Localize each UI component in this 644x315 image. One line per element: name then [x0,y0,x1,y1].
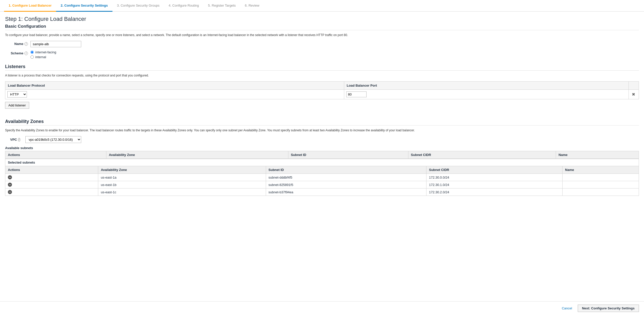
page-content: Step 1: Configure Load Balancer Basic Co… [0,12,644,200]
listeners-divider [5,70,639,71]
selected-subnets-table: Selected subnets Actions Availability Zo… [5,159,639,196]
selected-subnets-section-row: Selected subnets [5,159,639,166]
remove-subnet-0[interactable]: − [8,175,12,179]
selected-subnet-name-0 [563,174,639,181]
selected-subnet-name-1 [563,181,639,188]
listeners-col-action [629,82,639,90]
avail-col-actions: Actions [5,151,106,159]
listeners-col-port: Load Balancer Port [344,82,629,90]
sel-col-cidr: Subnet CIDR [426,166,562,174]
remove-subnet-2[interactable]: − [8,190,12,194]
selected-subnet-row-2: − us-east-1c subnet-b37f94ea 172.30.2.0/… [5,188,639,196]
sel-col-az: Availability Zone [98,166,266,174]
selected-subnet-action-0[interactable]: − [5,174,98,181]
name-info-icon[interactable]: i [24,42,28,46]
az-section-title: Availability Zones [5,119,639,124]
wizard-step-4[interactable]: 4. Configure Routing [164,0,203,12]
listeners-description: A listener is a process that checks for … [5,73,639,78]
listener-protocol-cell: HTTP HTTPS [5,90,344,99]
listeners-col-protocol: Load Balancer Protocol [5,82,344,90]
listener-remove-cell: ✖ [629,90,639,99]
listener-port-input[interactable] [346,91,367,97]
scheme-field: internet-facing internal [30,50,639,59]
scheme-internet-facing-label: internet-facing [35,50,56,54]
avail-col-cidr: Subnet CIDR [408,151,556,159]
wizard-step-5[interactable]: 5. Register Targets [204,0,240,12]
name-field [30,41,639,47]
wizard-step-6[interactable]: 6. Review [240,0,264,12]
scheme-internal-label: internal [35,55,46,59]
selected-subnet-cidr-1: 172.30.1.0/24 [426,181,562,188]
add-listener-button[interactable]: Add listener [5,102,29,109]
scheme-radio-group: internet-facing internal [30,50,639,59]
sel-col-subnet-id: Subnet ID [266,166,426,174]
vpc-row: VPC i vpc-a019b0c5 (172.30.0.0/16) [5,136,639,143]
selected-subnets-header-row: Actions Availability Zone Subnet ID Subn… [5,166,639,174]
selected-subnet-az-0: us-east-1a [98,174,266,181]
name-label: Name i [10,41,30,46]
selected-subnet-cidr-2: 172.30.2.0/24 [426,188,562,196]
scheme-internal-radio[interactable] [30,55,34,59]
selected-subnets-label: Selected subnets [5,159,639,166]
listeners-table: Load Balancer Protocol Load Balancer Por… [5,81,639,99]
scheme-row: Scheme i internet-facing internal [5,50,639,59]
selected-subnet-az-2: us-east-1c [98,188,266,196]
remove-subnet-1[interactable]: − [8,183,12,187]
scheme-label: Scheme i [10,50,30,55]
listener-protocol-select[interactable]: HTTP HTTPS [7,91,27,98]
listener-port-cell [344,90,629,99]
sel-col-actions: Actions [5,166,98,174]
name-input[interactable] [30,41,81,47]
selected-subnet-cidr-0: 172.30.0.0/24 [426,174,562,181]
scheme-internal[interactable]: internal [30,55,639,59]
avail-col-subnet-id: Subnet ID [288,151,408,159]
listeners-section-title: Listeners [5,64,639,69]
basic-divider [5,30,639,30]
scheme-internet-facing-radio[interactable] [30,51,34,54]
selected-subnet-id-1: subnet-825891f5 [266,181,426,188]
available-subnets-label: Available subnets [5,146,639,150]
selected-subnet-action-1[interactable]: − [5,181,98,188]
basic-description: To configure your load balancer, provide… [5,33,639,37]
wizard-nav: 1. Configure Load Balancer 2. Configure … [0,0,644,12]
listener-row-1: HTTP HTTPS ✖ [5,90,639,99]
az-divider [5,125,639,125]
section-basic-title: Basic Configuration [5,24,639,29]
selected-subnet-name-2 [563,188,639,196]
name-row: Name i [5,41,639,47]
scheme-internet-facing[interactable]: internet-facing [30,50,639,54]
selected-subnet-action-2[interactable]: − [5,188,98,196]
listener-remove-button[interactable]: ✖ [631,92,636,97]
wizard-step-3[interactable]: 3. Configure Security Groups [112,0,164,12]
scheme-info-icon[interactable]: i [24,52,28,55]
vpc-select[interactable]: vpc-a019b0c5 (172.30.0.0/16) [25,136,81,143]
selected-subnet-row-1: − us-east-1b subnet-825891f5 172.30.1.0/… [5,181,639,188]
page-title: Step 1: Configure Load Balancer [5,16,639,22]
avail-col-name: Name [556,151,639,159]
selected-subnet-az-1: us-east-1b [98,181,266,188]
vpc-label: VPC i [10,138,23,141]
selected-subnet-id-2: subnet-b37f94ea [266,188,426,196]
selected-subnet-row-0: − us-east-1a subnet-dddbf4f5 172.30.0.0/… [5,174,639,181]
available-subnets-table: Actions Availability Zone Subnet ID Subn… [5,151,639,159]
vpc-info-icon[interactable]: i [18,138,20,141]
wizard-step-2[interactable]: 2. Configure Security Settings [56,0,112,12]
wizard-step-1[interactable]: 1. Configure Load Balancer [4,0,56,12]
sel-col-name: Name [563,166,639,174]
avail-col-az: Availability Zone [106,151,288,159]
selected-subnet-id-0: subnet-dddbf4f5 [266,174,426,181]
az-description: Specify the Availability Zones to enable… [5,128,639,133]
